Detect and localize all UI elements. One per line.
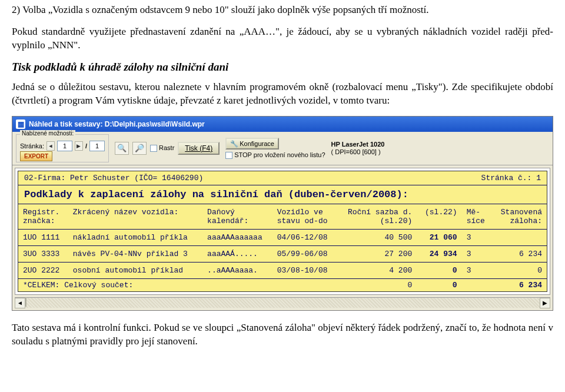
report-table: Registr.značka: Zkrácený název vozidla: … bbox=[18, 204, 547, 291]
printer-dpi: ( DPI=600 [600] ) bbox=[331, 148, 385, 156]
firm-line: 02-Firma: Petr Schuster (IČO= 16406290) bbox=[24, 174, 203, 182]
wrench-icon bbox=[230, 140, 237, 147]
th-kalendar: Daňovýkalendář: bbox=[202, 204, 272, 230]
paragraph-1: Pokud standardně využijete přednastavení… bbox=[12, 25, 553, 52]
th-zaloha: Stanovenázáloha: bbox=[492, 204, 547, 230]
th-registr: Registr.značka: bbox=[18, 204, 68, 230]
horizontal-scrollbar[interactable]: ◄ ▶ bbox=[15, 297, 550, 308]
report-title: Podklady k zaplacení zálohy na silniční … bbox=[18, 185, 547, 204]
preview-pane: 02-Firma: Petr Schuster (IČO= 16406290) … bbox=[15, 168, 550, 295]
list-item-number: 2) bbox=[12, 4, 20, 15]
export-button[interactable]: EXPORT bbox=[20, 151, 52, 161]
table-row: 3UO 3333 návěs PV-04-NNv příklad 3 aaaAA… bbox=[18, 245, 547, 262]
page-label: Stránka: bbox=[20, 142, 44, 150]
print-button[interactable]: Tisk (F4) bbox=[178, 142, 220, 155]
stop-label: STOP pro vložení nového listu? bbox=[234, 151, 325, 158]
rastr-label: Rastr bbox=[159, 144, 174, 151]
page-input[interactable] bbox=[57, 141, 72, 151]
paragraph-3: Tato sestava má i kontrolní funkci. Poku… bbox=[12, 321, 553, 348]
page-separator: / bbox=[85, 142, 87, 150]
th-nazev: Zkrácený název vozidla: bbox=[68, 204, 202, 230]
configure-button[interactable]: Konfigurace bbox=[225, 138, 279, 150]
page-next-button[interactable]: ▶ bbox=[75, 141, 83, 151]
toolbar: Nabízené možnosti: Stránka: ◄ ▶ / 1 EXPO… bbox=[12, 132, 553, 165]
list-item-text: Volba „Vozidla s označeným odstavcem 9 n… bbox=[22, 4, 428, 15]
app-icon: ▦ bbox=[16, 119, 25, 129]
printer-info: HP LaserJet 1020 ( DPI=600 [600] ) bbox=[331, 141, 385, 156]
report-sheet: 02-Firma: Petr Schuster (IČO= 16406290) … bbox=[18, 171, 547, 292]
scroll-thumb[interactable] bbox=[25, 297, 26, 307]
print-preview-window: ▦ Náhled a tisk sestavy: D:\Delphi.pas\w… bbox=[12, 116, 553, 311]
section-heading: Tisk podkladů k úhradě zálohy na silničn… bbox=[12, 61, 553, 74]
table-row: 1UO 1111 nákladní automobil příkla aaaAA… bbox=[18, 229, 547, 245]
page-prev-button[interactable]: ◄ bbox=[46, 141, 55, 151]
th-sl22: (sl.22) bbox=[417, 204, 461, 230]
printer-name: HP LaserJet 1020 bbox=[331, 141, 385, 148]
stop-checkbox[interactable]: STOP pro vložení nového listu? bbox=[225, 151, 325, 158]
nabizene-moznosti-label: Nabízené možnosti: bbox=[20, 130, 75, 137]
configure-label: Konfigurace bbox=[240, 140, 274, 147]
rastr-checkbox[interactable]: Rastr bbox=[150, 144, 174, 152]
window-titlebar: ▦ Náhled a tisk sestavy: D:\Delphi.pas\w… bbox=[12, 117, 553, 132]
th-stav: Vozidlo vestavu od-do bbox=[272, 204, 337, 230]
scroll-right-button[interactable]: ▶ bbox=[540, 298, 550, 308]
paragraph-2: Jedná se o důležitou sestavu, kterou nal… bbox=[12, 81, 553, 108]
zoom-in-button[interactable]: 🔍 bbox=[115, 142, 129, 155]
scroll-left-button[interactable]: ◄ bbox=[15, 298, 25, 308]
table-total-row: *CELKEM: Celkový součet: 0 0 6 234 bbox=[18, 278, 547, 291]
window-title: Náhled a tisk sestavy: D:\Delphi.pas\wsi… bbox=[29, 120, 205, 128]
zoom-out-button[interactable]: 🔎 bbox=[132, 142, 147, 155]
table-row: 2UO 2222 osobní automobil příklad ..aAAA… bbox=[18, 262, 547, 278]
page-nav-group: Nabízené možnosti: Stránka: ◄ ▶ / 1 EXPO… bbox=[16, 134, 109, 162]
page-total: 1 bbox=[89, 141, 105, 151]
th-rocni-sazba: Roční sazba d.(sl.20) bbox=[337, 204, 417, 230]
th-mesice: Mě-síce bbox=[462, 204, 492, 230]
page-indicator: Stránka č.: 1 bbox=[481, 174, 541, 182]
